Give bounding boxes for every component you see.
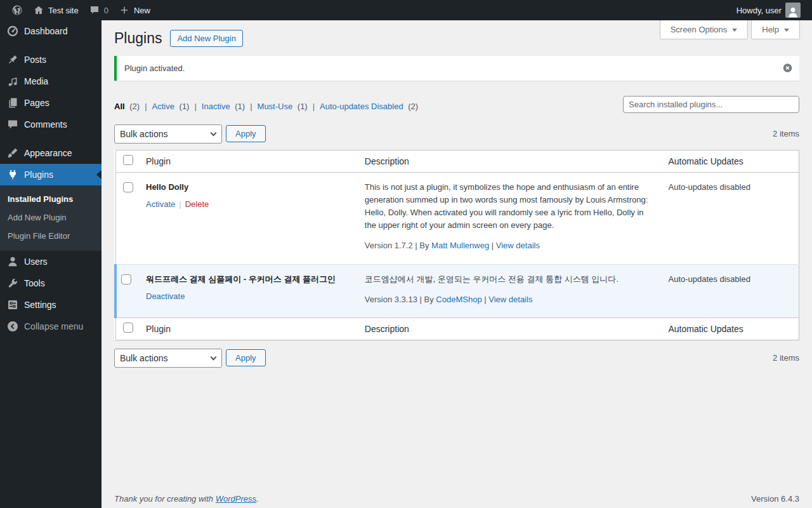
new-label: New: [134, 6, 150, 15]
plugin-meta: Version 3.3.13 | By CodeMShop | View det…: [365, 293, 656, 306]
filter-inactive: Inactive (1) |: [202, 102, 258, 111]
filter-must-use-link[interactable]: Must-Use (1): [258, 102, 308, 111]
bulk-actions-bottom: Bulk actions Apply: [114, 349, 266, 368]
sliders-icon: [6, 298, 19, 311]
sidebar-item-media[interactable]: Media: [0, 70, 102, 92]
submenu-add-new-plugin[interactable]: Add New Plugin: [0, 208, 102, 227]
filter-inactive-link[interactable]: Inactive (1): [202, 102, 245, 111]
menu-separator: [0, 135, 102, 142]
sidebar-item-dashboard[interactable]: Dashboard: [0, 20, 102, 42]
table-row-simplepay: 워드프레스 결제 심플페이 - 우커머스 결제 플러그인 Deactivate …: [115, 264, 799, 318]
page-header: Plugins Add New Plugin: [114, 27, 799, 48]
wordpress-link[interactable]: WordPress: [216, 494, 256, 504]
activate-link[interactable]: Activate: [146, 199, 175, 209]
by-label: | By: [420, 295, 434, 304]
admin-menu: Dashboard Posts Media Pages Comments App…: [0, 20, 102, 508]
filter-all-link[interactable]: All (2): [114, 102, 140, 111]
content-area: Screen Options Help Plugins Add New Plug…: [102, 20, 812, 508]
plugins-submenu: Installed Plugins Add New Plugin Plugin …: [0, 185, 102, 251]
sidebar-item-label: Settings: [24, 300, 56, 310]
dismiss-notice-button[interactable]: [782, 63, 793, 74]
table-row-hello-dolly: Hello Dolly Activate|Delete This is not …: [115, 172, 799, 264]
select-all-checkbox[interactable]: [123, 155, 133, 165]
sidebar-item-plugins[interactable]: Plugins: [0, 164, 102, 185]
paintbrush-icon: [6, 147, 19, 159]
bulk-actions-select[interactable]: Bulk actions: [114, 349, 222, 368]
plugins-page: Plugins Add New Plugin Plugin activated.…: [102, 20, 812, 368]
my-account-menu[interactable]: Howdy, user: [731, 0, 806, 20]
apply-button[interactable]: Apply: [226, 125, 266, 142]
pages-icon: [6, 97, 19, 109]
sidebar-item-appearance[interactable]: Appearance: [0, 142, 102, 164]
bulk-actions-select[interactable]: Bulk actions: [114, 124, 222, 144]
author-link[interactable]: CodeMShop: [436, 295, 481, 304]
author-link[interactable]: Matt Mullenweg: [431, 241, 489, 250]
home-icon: [33, 4, 44, 16]
add-new-plugin-button[interactable]: Add New Plugin: [170, 30, 243, 47]
apply-button[interactable]: Apply: [226, 349, 266, 366]
plus-icon: [119, 4, 130, 16]
row-actions: Activate|Delete: [146, 198, 352, 211]
menu-separator: [0, 42, 102, 49]
items-count: 2 items: [773, 129, 799, 138]
plugin-cell: 워드프레스 결제 심플페이 - 우커머스 결제 플러그인 Deactivate: [140, 264, 358, 318]
plugin-name: 워드프레스 결제 심플페이 - 우커머스 결제 플러그인: [146, 273, 352, 286]
tablenav-bottom: Bulk actions Apply 2 items: [114, 349, 799, 368]
sidebar-item-tools[interactable]: Tools: [0, 272, 102, 294]
filter-auto-updates-disabled-link[interactable]: Auto-updates Disabled (2): [320, 102, 418, 111]
wordpress-logo-menu[interactable]: [6, 0, 28, 20]
collapse-arrow-icon: [6, 320, 19, 333]
filter-separator: |: [313, 102, 315, 111]
plugin-cell: Hello Dolly Activate|Delete: [140, 172, 358, 264]
deactivate-link[interactable]: Deactivate: [146, 291, 185, 301]
comments-icon: [6, 118, 19, 131]
dismiss-icon: [782, 66, 793, 76]
collapse-menu-label: Collapse menu: [24, 321, 83, 331]
search-input[interactable]: [623, 96, 799, 113]
sidebar-item-posts[interactable]: Posts: [0, 49, 102, 70]
sidebar-item-label: Posts: [24, 55, 46, 65]
row-checkbox[interactable]: [121, 274, 131, 284]
dashboard-icon: [6, 25, 19, 37]
column-description: Description: [358, 150, 662, 172]
auto-updates-cell: Auto-updates disabled: [662, 172, 799, 264]
submenu-installed-plugins[interactable]: Installed Plugins: [0, 190, 102, 208]
user-avatar: [785, 3, 801, 18]
plugin-version: Version 3.3.13: [365, 295, 417, 304]
view-details-link[interactable]: View details: [496, 241, 540, 250]
plugin-activated-notice: Plugin activated.: [114, 56, 799, 81]
sidebar-item-label: Appearance: [24, 148, 72, 158]
tablenav-top: Bulk actions Apply 2 items: [114, 124, 799, 144]
view-details-link[interactable]: View details: [488, 295, 532, 304]
sidebar-item-comments[interactable]: Comments: [0, 114, 102, 135]
submenu-plugin-file-editor[interactable]: Plugin File Editor: [0, 227, 102, 245]
notice-message: Plugin activated.: [124, 64, 775, 73]
plugin-name: Hello Dolly: [146, 181, 352, 194]
plugin-version: Version 1.7.2: [365, 241, 413, 250]
page-title: Plugins: [114, 29, 162, 48]
sidebar-item-label: Users: [24, 257, 48, 267]
comments-count: 0: [104, 6, 108, 15]
table-footer: Plugin Description Automatic Updates: [115, 318, 799, 340]
sidebar-item-settings[interactable]: Settings: [0, 294, 102, 316]
sidebar-item-label: Pages: [24, 98, 49, 108]
filter-auto-updates-disabled: Auto-updates Disabled (2): [320, 102, 418, 111]
row-checkbox[interactable]: [123, 182, 133, 192]
sidebar-item-label: Comments: [24, 119, 67, 130]
collapse-menu-button[interactable]: Collapse menu: [0, 316, 102, 337]
comments-menu[interactable]: 0: [84, 0, 114, 20]
new-content-menu[interactable]: New: [114, 0, 155, 20]
site-name-label: Test site: [48, 6, 79, 15]
sidebar-item-pages[interactable]: Pages: [0, 92, 102, 114]
filter-separator: |: [250, 102, 252, 111]
footer-thanks: Thank you for creating with WordPress.: [114, 494, 259, 504]
sidebar-item-label: Plugins: [24, 170, 53, 180]
column-description: Description: [358, 318, 662, 340]
site-name-menu[interactable]: Test site: [28, 0, 84, 20]
select-all-checkbox[interactable]: [123, 323, 133, 333]
sidebar-item-users[interactable]: Users: [0, 251, 102, 272]
media-icon: [6, 75, 19, 88]
filter-active-link[interactable]: Active (1): [152, 102, 190, 111]
delete-link[interactable]: Delete: [185, 199, 209, 209]
pushpin-icon: [6, 53, 19, 66]
